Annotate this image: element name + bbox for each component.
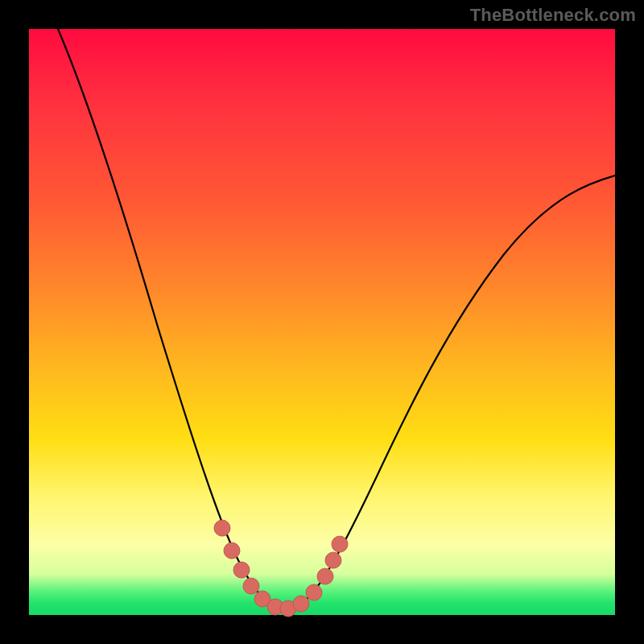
marker-group <box>214 520 348 617</box>
marker-dot <box>317 568 333 584</box>
marker-dot <box>293 596 309 612</box>
marker-dot <box>233 562 250 578</box>
marker-dot <box>306 584 322 601</box>
marker-dot <box>325 552 341 568</box>
curve-svg <box>29 29 615 615</box>
marker-dot <box>214 520 230 536</box>
chart-stage: TheBottleneck.com <box>0 0 644 644</box>
bottleneck-curve <box>58 29 615 609</box>
marker-dot <box>332 536 348 552</box>
marker-dot <box>224 543 240 559</box>
plot-area <box>29 29 615 615</box>
watermark-text: TheBottleneck.com <box>470 5 636 26</box>
marker-dot <box>243 578 259 594</box>
